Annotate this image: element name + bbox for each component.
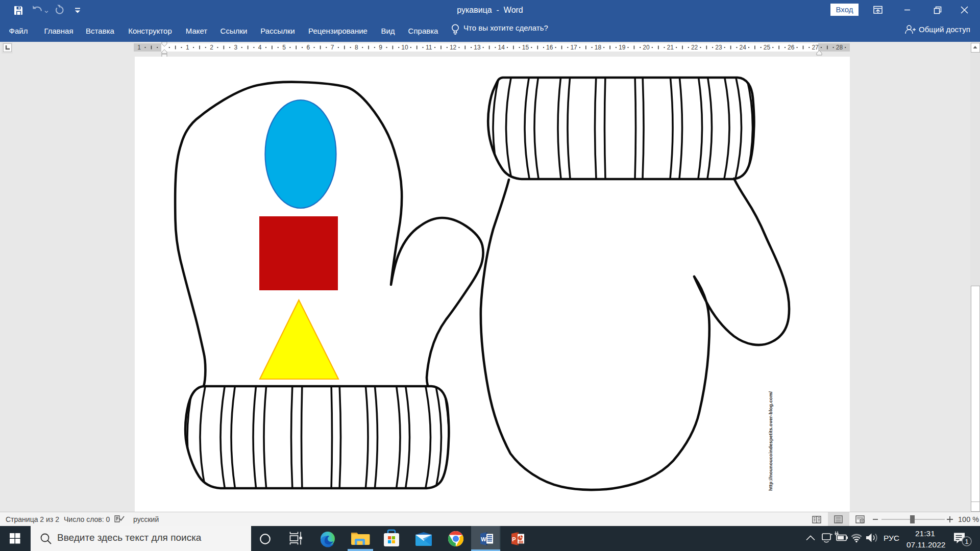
svg-text:16: 16 bbox=[546, 44, 553, 51]
svg-text:26: 26 bbox=[788, 44, 795, 51]
svg-text:23: 23 bbox=[715, 44, 722, 51]
svg-text:100 %: 100 % bbox=[958, 515, 979, 523]
svg-text:1: 1 bbox=[186, 44, 189, 51]
svg-text:РУС: РУС bbox=[884, 534, 899, 542]
svg-text:07.11.2022: 07.11.2022 bbox=[906, 540, 945, 549]
svg-text:28: 28 bbox=[836, 44, 843, 51]
svg-text:P: P bbox=[512, 536, 516, 542]
svg-text:http://nounoucoindespetits.ove: http://nounoucoindespetits.over-blog.com… bbox=[768, 391, 773, 491]
svg-text:2: 2 bbox=[210, 44, 213, 51]
svg-text:27: 27 bbox=[812, 44, 819, 51]
svg-text:3: 3 bbox=[234, 44, 238, 51]
svg-text:4: 4 bbox=[258, 44, 262, 51]
svg-text:12: 12 bbox=[450, 44, 457, 51]
svg-text:13: 13 bbox=[474, 44, 481, 51]
svg-text:17: 17 bbox=[570, 44, 577, 51]
svg-text:5: 5 bbox=[282, 44, 286, 51]
svg-text:19: 19 bbox=[619, 44, 626, 51]
svg-text:6: 6 bbox=[306, 44, 310, 51]
svg-text:10: 10 bbox=[401, 44, 408, 51]
svg-text:7: 7 bbox=[331, 44, 334, 51]
svg-text:20: 20 bbox=[643, 44, 650, 51]
svg-text:8: 8 bbox=[355, 44, 358, 51]
svg-text:W: W bbox=[481, 536, 486, 542]
svg-text:21: 21 bbox=[667, 44, 674, 51]
svg-text:18: 18 bbox=[595, 44, 602, 51]
svg-text:25: 25 bbox=[764, 44, 771, 51]
svg-text:1: 1 bbox=[137, 44, 141, 51]
svg-text:21:31: 21:31 bbox=[915, 529, 935, 538]
svg-text:1: 1 bbox=[965, 538, 969, 545]
svg-text:15: 15 bbox=[522, 44, 529, 51]
svg-text:14: 14 bbox=[498, 44, 505, 51]
svg-text:Что вы хотите сделать?: Что вы хотите сделать? bbox=[463, 23, 548, 32]
svg-text:Общий доступ: Общий доступ bbox=[919, 25, 970, 34]
svg-text:24: 24 bbox=[740, 44, 747, 51]
svg-text:9: 9 bbox=[379, 44, 382, 51]
svg-text:11: 11 bbox=[426, 44, 432, 51]
svg-text:22: 22 bbox=[691, 44, 698, 51]
